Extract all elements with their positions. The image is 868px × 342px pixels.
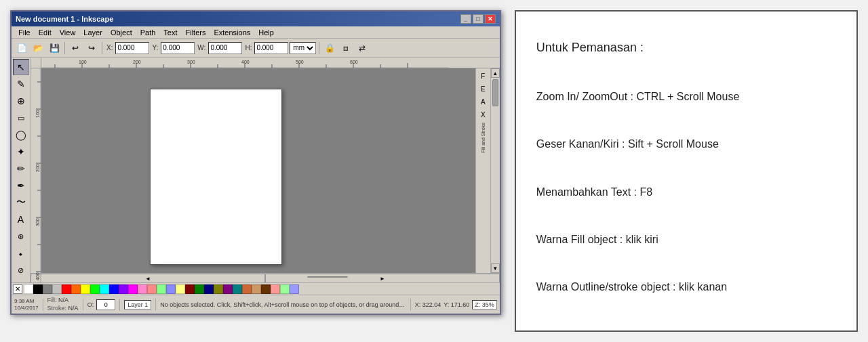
- document-page: [150, 89, 282, 265]
- canvas-main[interactable]: [41, 68, 475, 273]
- main-toolbar: 📄 📂 💾 ↩ ↪ X: Y: W: H: mm px cm 🔒 ⧈ ⇄: [12, 39, 500, 58]
- node-tool[interactable]: ✎: [13, 76, 29, 92]
- w-label: W:: [196, 44, 207, 51]
- layer-indicator[interactable]: Layer 1: [124, 300, 151, 309]
- undo-btn[interactable]: ↩: [68, 41, 83, 56]
- color-swatch-olive[interactable]: [214, 284, 223, 294]
- h-input[interactable]: [254, 42, 288, 54]
- close-button[interactable]: ✕: [485, 14, 496, 24]
- scroll-down-btn[interactable]: ▼: [491, 263, 500, 273]
- color-swatch-lightblue[interactable]: [166, 284, 176, 294]
- align-btn[interactable]: ⧈: [338, 41, 353, 56]
- dropper-tool[interactable]: ⊘: [13, 262, 29, 278]
- color-swatch-magenta[interactable]: [128, 284, 138, 294]
- fill-stroke-btn[interactable]: F: [477, 70, 489, 82]
- toolbar-sep-2: [102, 42, 102, 54]
- color-swatch-yellow[interactable]: [81, 284, 90, 294]
- color-swatch-tan[interactable]: [252, 284, 261, 294]
- scrollbar-vertical[interactable]: ▲ ▼: [490, 68, 500, 273]
- align-panel-btn[interactable]: A: [477, 95, 489, 108]
- color-swatch-periwinkle[interactable]: [290, 284, 299, 294]
- lock-btn[interactable]: 🔒: [322, 41, 337, 56]
- select-tool[interactable]: ↖: [13, 59, 29, 75]
- color-swatch-orange[interactable]: [71, 284, 81, 294]
- scroll-thumb-h[interactable]: [307, 276, 348, 278]
- text-tool[interactable]: A: [13, 211, 29, 228]
- color-swatch-cyan[interactable]: [100, 284, 109, 294]
- status-message: No objects selected. Click, Shift+click,…: [160, 301, 406, 308]
- menu-path[interactable]: Path: [136, 26, 160, 38]
- scroll-right-btn[interactable]: ►: [265, 274, 500, 282]
- export-btn[interactable]: E: [477, 83, 489, 95]
- menu-file[interactable]: File: [14, 26, 35, 38]
- color-swatch-pink[interactable]: [138, 284, 147, 294]
- pen-tool[interactable]: ✒: [13, 177, 29, 194]
- rect-tool[interactable]: ▭: [13, 110, 29, 126]
- color-swatch-white[interactable]: [24, 284, 33, 294]
- svg-text:500: 500: [296, 60, 304, 64]
- color-swatch-teal[interactable]: [233, 284, 242, 294]
- redo-btn[interactable]: ↪: [84, 41, 99, 56]
- open-btn[interactable]: 📂: [31, 41, 45, 56]
- color-swatch-darkgreen[interactable]: [195, 284, 204, 294]
- x-input[interactable]: [115, 42, 149, 54]
- zoom-level[interactable]: Z: 35%: [472, 300, 497, 309]
- color-swatch-lightred[interactable]: [147, 284, 157, 294]
- minimize-button[interactable]: _: [460, 14, 471, 24]
- pencil-tool[interactable]: ✏: [13, 161, 29, 177]
- color-swatch-purple[interactable]: [223, 284, 233, 294]
- y-input[interactable]: [161, 42, 195, 54]
- coord-x: X: 322.04: [415, 301, 441, 308]
- scroll-up-btn[interactable]: ▲: [491, 68, 500, 78]
- svg-text:300: 300: [187, 60, 195, 64]
- menu-text[interactable]: Text: [159, 26, 181, 38]
- menu-edit[interactable]: Edit: [35, 26, 56, 38]
- spray-tool[interactable]: ⊛: [13, 228, 29, 244]
- scrollbar-horizontal[interactable]: ◄ ►: [31, 273, 500, 282]
- flip-btn[interactable]: ⇄: [355, 41, 370, 56]
- menu-extensions[interactable]: Extensions: [210, 26, 254, 38]
- w-input[interactable]: [208, 42, 242, 54]
- scroll-thumb-v[interactable]: [492, 79, 498, 106]
- color-swatch-silver[interactable]: [52, 284, 62, 294]
- calligraphy-tool[interactable]: 〜: [13, 194, 29, 211]
- menu-view[interactable]: View: [56, 26, 80, 38]
- opacity-input[interactable]: [96, 299, 115, 310]
- menu-bar: File Edit View Layer Object Path Text Fi…: [12, 26, 500, 39]
- inkscape-window: New document 1 - Inkscape _ □ ✕ File Edi…: [10, 10, 501, 315]
- new-btn[interactable]: 📄: [14, 41, 29, 56]
- color-swatch-brown[interactable]: [242, 284, 252, 294]
- menu-filters[interactable]: Filters: [182, 26, 210, 38]
- no-fill-btn[interactable]: ✕: [13, 284, 22, 294]
- status-sep-1: [43, 299, 43, 311]
- unit-select[interactable]: mm px cm: [290, 42, 316, 54]
- save-btn[interactable]: 💾: [47, 41, 62, 56]
- menu-layer[interactable]: Layer: [79, 26, 106, 38]
- color-swatch-mintgreen[interactable]: [280, 284, 290, 294]
- color-swatch-blue[interactable]: [109, 284, 119, 294]
- svg-text:400: 400: [35, 272, 40, 280]
- ellipse-tool[interactable]: ◯: [13, 127, 29, 143]
- maximize-button[interactable]: □: [473, 14, 484, 24]
- color-swatch-lime[interactable]: [90, 284, 100, 294]
- scroll-left-btn[interactable]: ◄: [31, 274, 265, 282]
- menu-help[interactable]: Help: [254, 26, 278, 38]
- color-swatch-gray[interactable]: [43, 284, 52, 294]
- color-swatch-darkbrown[interactable]: [261, 284, 271, 294]
- color-swatch-maroon[interactable]: [185, 284, 195, 294]
- info-title: Untuk Pemanasan :: [536, 41, 836, 55]
- menu-object[interactable]: Object: [106, 26, 136, 38]
- star-tool[interactable]: ✦: [13, 144, 29, 160]
- color-swatch-navy[interactable]: [204, 284, 214, 294]
- color-swatch-salmon[interactable]: [271, 284, 280, 294]
- zoom-tool[interactable]: ⊕: [13, 93, 29, 109]
- color-swatch-lightgreen[interactable]: [157, 284, 166, 294]
- color-swatch-red[interactable]: [62, 284, 71, 294]
- gradient-tool[interactable]: ⬥: [13, 245, 29, 261]
- color-swatch-violet[interactable]: [119, 284, 128, 294]
- color-swatch-black[interactable]: [33, 284, 43, 294]
- scroll-track-v: [491, 78, 500, 263]
- color-swatch-lightyellow[interactable]: [176, 284, 185, 294]
- xml-editor-btn[interactable]: X: [477, 108, 489, 121]
- svg-text:200: 200: [35, 164, 40, 172]
